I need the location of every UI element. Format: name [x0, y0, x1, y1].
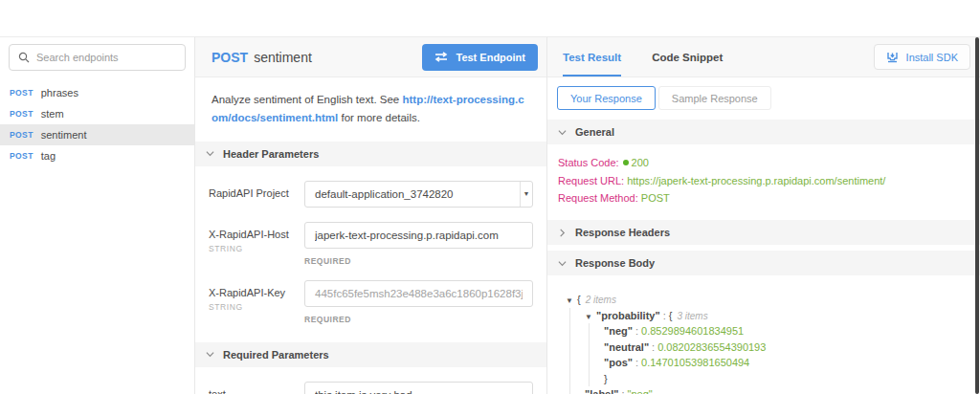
sample-response-button[interactable]: Sample Response — [658, 86, 771, 110]
install-sdk-button[interactable]: Install SDK — [874, 44, 970, 70]
section-title: Required Parameters — [223, 349, 329, 361]
result-header: Test Result Code Snippet Install SDK — [547, 37, 980, 77]
json-probability-children: "neg":0.8529894601834951 "neutral":0.082… — [589, 323, 970, 386]
endpoint-list: POST phrases POST stem POST sentiment PO… — [0, 82, 194, 166]
description-text: Analyze sentiment of English text. See — [212, 94, 402, 105]
test-endpoint-button[interactable]: Test Endpoint — [422, 44, 538, 71]
endpoint-name: sentiment — [41, 129, 87, 141]
status-code-line: Status Code:200 — [558, 154, 969, 172]
section-title: General — [575, 126, 614, 138]
host-input[interactable] — [304, 222, 533, 249]
collapse-triangle-icon[interactable]: ▼ — [585, 312, 596, 323]
param-label: text — [209, 388, 304, 394]
project-select[interactable]: default-application_3742820 ▼ — [304, 181, 533, 208]
endpoint-name: tag — [41, 150, 56, 162]
top-whitespace — [0, 0, 980, 36]
request-url-value: https://japerk-text-processing.p.rapidap… — [627, 175, 885, 186]
tab-code-snippet[interactable]: Code Snippet — [636, 37, 738, 77]
main-content: POST phrases POST stem POST sentiment PO… — [0, 36, 980, 394]
status-code-value: 200 — [632, 157, 649, 168]
collapse-triangle-icon[interactable]: ▼ — [566, 296, 577, 307]
install-sdk-label: Install SDK — [906, 52, 958, 63]
param-row-project: RapidAPI Project default-application_374… — [209, 181, 533, 208]
param-row-host: X-RapidAPI-Host STRING REQUIRED — [209, 222, 533, 266]
json-item-count: 3 items — [677, 311, 707, 321]
sidebar-item-tag[interactable]: POST tag — [0, 145, 194, 166]
your-response-button[interactable]: Your Response — [557, 86, 656, 110]
endpoint-name: stem — [41, 108, 64, 120]
endpoint-description: Analyze sentiment of English text. See h… — [195, 77, 546, 142]
json-neutral-line: "neutral":0.08202836554390193 — [604, 339, 970, 356]
request-method-label: Request Method: — [558, 192, 638, 204]
endpoint-detail-panel: POSTsentiment Test Endpoint Analyze sent… — [195, 37, 547, 394]
required-label: REQUIRED — [304, 315, 533, 324]
project-select-value: default-application_3742820 — [315, 188, 454, 200]
status-dot-icon — [623, 160, 629, 165]
param-type: STRING — [209, 244, 304, 253]
chevron-right-icon — [558, 229, 567, 237]
request-url-label: Request URL: — [558, 175, 624, 186]
chevron-down-icon — [206, 350, 214, 359]
rapidapi-endpoint-page: POST phrases POST stem POST sentiment PO… — [0, 0, 980, 394]
response-body-json: ▼{2 items ▼"probability":{3 items "neg":… — [547, 275, 980, 394]
param-row-text: text STRING REQUIREDEnglish text, must b… — [209, 382, 533, 394]
test-endpoint-label: Test Endpoint — [456, 52, 525, 63]
header-parameters-form: RapidAPI Project default-application_374… — [195, 181, 546, 324]
general-section[interactable]: General — [547, 120, 980, 144]
param-label: RapidAPI Project — [209, 187, 304, 199]
general-info: Status Code:200 Request URL: https://jap… — [547, 144, 980, 220]
param-label: X-RapidAPI-Host — [209, 229, 304, 240]
description-text: for more details. — [338, 112, 420, 123]
json-label-line: "label":"neg" — [585, 386, 970, 394]
required-parameters-form: text STRING REQUIREDEnglish text, must b… — [195, 382, 546, 394]
request-method-line: Request Method: POST — [558, 189, 969, 208]
method-badge: POST — [10, 130, 33, 140]
endpoint-name: phrases — [41, 87, 78, 98]
required-label: REQUIRED — [304, 256, 533, 266]
sidebar-item-phrases[interactable]: POST phrases — [0, 82, 194, 103]
response-headers-section[interactable]: Response Headers — [547, 220, 980, 245]
method-badge: POST — [10, 151, 33, 161]
json-neg-line: "neg":0.8529894601834951 — [604, 323, 970, 339]
method-badge: POST — [10, 88, 33, 98]
status-code-label: Status Code: — [558, 157, 619, 168]
chevron-down-icon — [558, 259, 567, 268]
swap-arrows-icon — [434, 52, 448, 62]
test-result-panel: Test Result Code Snippet Install SDK — [547, 37, 980, 394]
section-title: Response Headers — [575, 227, 670, 238]
param-type: STRING — [209, 302, 304, 312]
header-parameters-section[interactable]: Header Parameters — [195, 142, 546, 166]
json-pos-line: "pos":0.14701053981650494 — [604, 355, 970, 371]
vertical-scrollbar[interactable] — [975, 37, 979, 394]
json-probability-line: ▼"probability":{3 items — [585, 308, 970, 324]
json-probability-close: } — [604, 371, 970, 387]
search-endpoints-box[interactable] — [9, 44, 186, 71]
method-badge: POST — [10, 109, 33, 119]
key-input[interactable] — [304, 280, 533, 307]
text-input[interactable] — [304, 382, 533, 394]
request-method-value: POST — [641, 192, 670, 204]
request-url-line: Request URL: https://japerk-text-process… — [558, 172, 969, 190]
endpoint-method: POST — [212, 50, 248, 65]
sidebar-item-sentiment[interactable]: POST sentiment — [0, 124, 194, 145]
search-icon — [18, 52, 30, 63]
json-root-children: ▼"probability":{3 items "neg":0.85298946… — [569, 308, 970, 394]
json-root-line: ▼{2 items — [566, 292, 970, 308]
endpoints-sidebar: POST phrases POST stem POST sentiment PO… — [0, 37, 195, 394]
sidebar-item-stem[interactable]: POST stem — [0, 103, 194, 124]
section-title: Response Body — [575, 257, 655, 269]
json-item-count: 2 items — [586, 295, 616, 305]
endpoint-title-name: sentiment — [254, 50, 312, 65]
result-tabs: Test Result Code Snippet — [547, 37, 738, 77]
search-input[interactable] — [36, 52, 176, 63]
tab-test-result[interactable]: Test Result — [547, 37, 636, 77]
required-parameters-section[interactable]: Required Parameters — [195, 342, 546, 367]
response-body-section[interactable]: Response Body — [547, 251, 980, 275]
install-icon — [886, 52, 899, 63]
param-label: X-RapidAPI-Key — [209, 287, 304, 298]
endpoint-header: POSTsentiment Test Endpoint — [195, 37, 546, 77]
response-toggle: Your Response Sample Response — [547, 77, 980, 120]
chevron-down-icon — [206, 149, 214, 158]
param-row-key: X-RapidAPI-Key STRING REQUIRED — [209, 280, 533, 324]
section-title: Header Parameters — [223, 148, 319, 160]
